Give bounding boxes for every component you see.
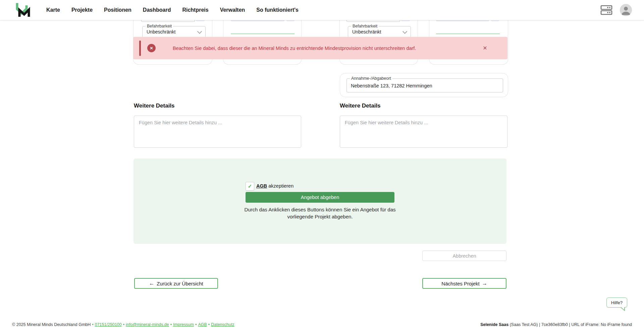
- header-icons: [600, 0, 632, 20]
- submit-offer-button[interactable]: Angebot abgeben: [246, 192, 394, 203]
- details-heading-left: Weitere Details: [134, 103, 175, 109]
- help-label: Hilfe?: [611, 300, 623, 305]
- impressum-link[interactable]: Impressum: [173, 322, 194, 327]
- divider: [436, 34, 500, 34]
- cancel-button[interactable]: Abbrechen: [422, 251, 506, 261]
- nav-item-positionen[interactable]: Positionen: [104, 7, 131, 13]
- dns-server-icon[interactable]: [600, 5, 612, 15]
- nav-item-verwalten[interactable]: Verwalten: [220, 7, 245, 13]
- footer-left: © 2025 Mineral Minds Deutschland GmbH•07…: [12, 322, 234, 327]
- user-avatar-icon[interactable]: [620, 4, 632, 16]
- copyright-text: © 2025 Mineral Minds Deutschland GmbH: [12, 322, 91, 327]
- agb-checkbox-label: AGB akzeptieren: [256, 183, 293, 189]
- error-circle-icon: ✕: [147, 44, 156, 52]
- separator: •: [170, 322, 172, 327]
- agb-checkbox[interactable]: ✓: [246, 182, 254, 191]
- details-heading-right: Weitere Details: [340, 103, 381, 109]
- alert-accent-bar: [139, 41, 141, 56]
- error-alert: ✕ Beachten Sie dabei, dass dieser die an…: [133, 37, 507, 59]
- email-link[interactable]: info@mineral-minds.de: [126, 322, 169, 327]
- input-value: Nebenstraße 123, 71282 Hemmingen: [351, 83, 432, 88]
- select-value: Unbeschränkt: [352, 29, 381, 35]
- close-icon[interactable]: ✕: [481, 44, 489, 53]
- arrow-right-icon: →: [482, 281, 487, 286]
- back-to-overview-button[interactable]: ←Zurück zur Übersicht: [134, 278, 218, 289]
- offer-description: Durch das Anklicken dieses Buttons könne…: [239, 206, 400, 220]
- agb-label-suffix: akzeptieren: [267, 183, 293, 189]
- footer-right: Selenide Saas (Saas Test AG) | 7ce360e83…: [480, 322, 632, 327]
- details-textarea-left[interactable]: [134, 116, 301, 148]
- back-button-label: Zurück zur Übersicht: [157, 281, 203, 286]
- chevron-down-icon: [402, 29, 407, 34]
- tenant-info: (Saas Test AG) | 7ce360e83fb0 | URL of i…: [508, 322, 632, 327]
- befahrbarkeit-select[interactable]: Befahrbarkeit Unbeschränkt: [142, 26, 206, 38]
- alert-message: Beachten Sie dabei, dass dieser die an M…: [173, 37, 416, 59]
- next-project-button[interactable]: Nächstes Projekt→: [422, 278, 506, 289]
- next-button-label: Nächstes Projekt: [441, 281, 479, 286]
- mineral-minds-logo[interactable]: [15, 2, 32, 18]
- phone-link[interactable]: 07151/250100: [95, 322, 122, 327]
- field-label: Befahrbarkeit: [146, 24, 173, 28]
- offer-panel: ✓ AGB akzeptieren Angebot abgeben Durch …: [133, 158, 506, 244]
- chevron-down-icon: [197, 29, 202, 34]
- details-textarea-right[interactable]: [340, 116, 507, 148]
- nav-item-karte[interactable]: Karte: [46, 7, 60, 13]
- agb-footer-link[interactable]: AGB: [198, 322, 207, 327]
- divider: [231, 34, 294, 34]
- befahrbarkeit-select[interactable]: Befahrbarkeit Unbeschränkt: [348, 26, 411, 38]
- separator: •: [92, 322, 93, 327]
- annahme-abgabeort-card: Annahme-/Abgabeort Nebenstraße 123, 7128…: [340, 73, 508, 97]
- separator: •: [123, 322, 124, 327]
- nav-item-so-funktionierts[interactable]: So funktioniert's: [256, 7, 299, 13]
- main-nav: Karte Projekte Positionen Dashboard Rich…: [46, 0, 299, 20]
- agb-link[interactable]: AGB: [256, 183, 267, 189]
- header: Karte Projekte Positionen Dashboard Rich…: [0, 0, 644, 20]
- annahme-abgabeort-input[interactable]: Annahme-/Abgabeort Nebenstraße 123, 7128…: [346, 78, 503, 92]
- datenschutz-link[interactable]: Datenschutz: [211, 322, 234, 327]
- nav-item-projekte[interactable]: Projekte: [71, 7, 93, 13]
- help-bubble[interactable]: Hilfe?: [606, 297, 627, 308]
- select-value: Unbeschränkt: [147, 29, 175, 35]
- page: Karte Projekte Positionen Dashboard Rich…: [0, 0, 644, 333]
- tenant-name: Selenide Saas: [480, 322, 508, 327]
- separator: •: [208, 322, 210, 327]
- nav-item-richtpreis[interactable]: Richtpreis: [182, 7, 208, 13]
- arrow-left-icon: ←: [149, 281, 154, 286]
- separator: •: [195, 322, 197, 327]
- nav-item-dashboard[interactable]: Dashboard: [143, 7, 171, 13]
- field-label: Annahme-/Abgabeort: [350, 76, 392, 81]
- field-label: Befahrbarkeit: [351, 24, 379, 28]
